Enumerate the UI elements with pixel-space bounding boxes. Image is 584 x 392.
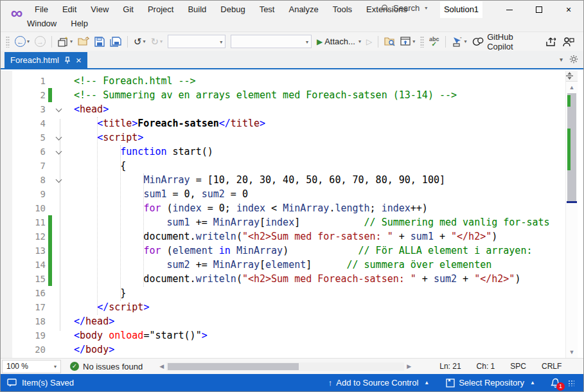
save-button[interactable]	[93, 35, 107, 48]
code-line-5[interactable]: 5 <script>	[1, 130, 583, 145]
code-line-11[interactable]: 11 sum1 += MinArray[index] // Summering …	[1, 215, 583, 229]
close-button[interactable]: ×	[554, 1, 583, 19]
navigate-back-button[interactable]: ←▾	[13, 35, 31, 48]
horizontal-scrollbar[interactable]: ◀ ▶	[157, 362, 414, 371]
menu-test[interactable]: Test	[252, 3, 282, 17]
line-number: 4	[12, 116, 46, 130]
code-line-7[interactable]: 7 {	[1, 159, 583, 173]
minimize-button[interactable]	[495, 1, 524, 19]
menu-tools[interactable]: Tools	[326, 3, 359, 17]
code-line-20[interactable]: 20</body>	[1, 343, 583, 357]
line-number: 6	[12, 145, 46, 159]
menu-git[interactable]: Git	[116, 3, 141, 17]
line-number: 5	[12, 130, 46, 145]
attach-run-button[interactable]: ▶ Attach... ▾	[315, 35, 363, 48]
feedback-button[interactable]	[560, 35, 576, 48]
code-text: <script>	[66, 130, 143, 145]
scroll-up-icon[interactable]: ▲	[566, 84, 578, 91]
solution-name-badge[interactable]: Solution1	[440, 1, 482, 18]
fold-collapse-icon[interactable]	[52, 102, 66, 116]
code-line-4[interactable]: 4 <title>Foreach-satsen</title>	[1, 116, 583, 130]
search-dropdown-icon[interactable]: ▾	[425, 5, 427, 11]
add-to-source-control-button[interactable]: ↑ Add to Source Control ▲	[322, 378, 436, 388]
code-line-8[interactable]: 8 MinArray = [10, 20, 30, 40, 50, 60, 70…	[1, 173, 583, 187]
start-without-debugging-button[interactable]: ▷	[364, 36, 374, 48]
tab-close-icon[interactable]: ×	[76, 55, 82, 65]
toolbar-grip[interactable]	[420, 36, 424, 48]
menu-debug[interactable]: Debug	[213, 3, 252, 17]
code-line-1[interactable]: 1<!-- Foreach.html -->	[1, 74, 583, 88]
fold-collapse-icon[interactable]	[52, 145, 66, 159]
code-line-13[interactable]: 13 for (element in MinArray) // För ALLA…	[1, 244, 583, 258]
code-line-17[interactable]: 17 </script>	[1, 300, 583, 314]
scroll-right-icon[interactable]: ▶	[404, 363, 414, 370]
scroll-down-icon[interactable]: ▼	[566, 349, 578, 355]
pin-icon[interactable]	[64, 57, 71, 64]
play-outline-icon: ▷	[366, 37, 372, 46]
column-indicator[interactable]: Ch: 1	[469, 362, 503, 371]
menu-window[interactable]: Window	[20, 17, 64, 31]
menu-edit[interactable]: Edit	[55, 3, 84, 17]
select-repository-button[interactable]: Select Repository ▲	[439, 378, 542, 388]
code-line-3[interactable]: 3<head>	[1, 102, 583, 116]
vertical-scrollbar[interactable]: ▲ ▼	[565, 71, 578, 358]
menu-file[interactable]: File	[28, 3, 55, 17]
menu-build[interactable]: Build	[181, 3, 213, 17]
scroll-left-icon[interactable]: ◀	[157, 363, 166, 370]
code-line-9[interactable]: 9 sum1 = 0, sum2 = 0	[1, 187, 583, 201]
code-line-16[interactable]: 16 }	[1, 286, 583, 300]
github-copilot-button[interactable]: GitHub Copilot	[470, 31, 542, 53]
browser-preview-button[interactable]: ▾	[398, 35, 417, 48]
navigate-forward-button[interactable]: →	[33, 35, 48, 48]
resize-grip[interactable]	[568, 380, 574, 386]
fold-collapse-icon[interactable]	[52, 130, 66, 145]
menu-view[interactable]: View	[84, 3, 116, 17]
configuration-combobox[interactable]: ▾	[168, 35, 226, 48]
code-text: </body>	[66, 343, 114, 357]
tab-list-dropdown-icon[interactable]: ▾	[560, 56, 563, 63]
feedback-person-icon	[562, 37, 574, 47]
search-control[interactable]: Search ▾	[381, 3, 427, 13]
space-mode-indicator[interactable]: SPC	[502, 362, 534, 371]
line-ending-indicator[interactable]: CRLF	[534, 362, 569, 371]
maximize-button[interactable]	[524, 1, 554, 19]
share-button[interactable]	[544, 35, 559, 48]
undo-button[interactable]: ↺▾	[132, 35, 148, 49]
notifications-button[interactable]: 1	[551, 378, 560, 388]
code-line-18[interactable]: 18</head>	[1, 314, 583, 328]
menu-help[interactable]: Help	[64, 17, 95, 31]
hscrollbar-thumb[interactable]	[168, 363, 299, 370]
line-number: 2	[12, 88, 46, 102]
code-editor[interactable]: 1<!-- Foreach.html -->2<!-- Summering av…	[1, 71, 583, 358]
new-project-button[interactable]: ▾	[56, 35, 75, 48]
gear-icon[interactable]	[569, 55, 578, 64]
platform-combobox[interactable]: ▾	[231, 35, 312, 48]
spell-checker-button[interactable]: abc✓	[427, 35, 441, 48]
code-line-15[interactable]: 15 document.writeln("<h2>Sum med Foreach…	[1, 272, 583, 286]
menu-analyze[interactable]: Analyze	[281, 3, 325, 17]
menu-project[interactable]: Project	[141, 3, 181, 17]
zoom-combobox[interactable]: 100 % ▾	[2, 360, 61, 373]
change-mark	[567, 129, 571, 170]
save-all-button[interactable]	[108, 35, 123, 48]
fold-column	[52, 116, 66, 130]
line-indicator[interactable]: Ln: 21	[432, 362, 468, 371]
code-line-19[interactable]: 19<body onload="start()">	[1, 328, 583, 343]
code-line-14[interactable]: 14 sum2 += MinArray[element] // summera …	[1, 258, 583, 272]
open-file-button[interactable]	[76, 35, 91, 48]
code-line-2[interactable]: 2<!-- Summering av en arrays element med…	[1, 88, 583, 102]
fold-collapse-icon[interactable]	[52, 173, 66, 187]
title-bar: ∞ FileEditViewGitProjectBuildDebugTestAn…	[1, 1, 583, 31]
tab-foreach-html[interactable]: Foreach.html ×	[4, 52, 87, 68]
line-number: 12	[12, 229, 46, 244]
selection-tool-button[interactable]: '' ▾	[450, 35, 469, 48]
code-line-10[interactable]: 10 for (index = 0; index < MinArray.leng…	[1, 201, 583, 215]
split-window-handle[interactable]	[566, 71, 578, 82]
code-line-12[interactable]: 12 document.writeln("<h2>Sum med for-sat…	[1, 229, 583, 244]
caret-up-icon: ▲	[424, 380, 429, 386]
issues-indicator[interactable]: ✓ No issues found	[70, 362, 143, 371]
toolbar-grip[interactable]	[6, 36, 10, 48]
redo-button[interactable]: ↻▾	[148, 35, 164, 49]
code-line-6[interactable]: 6 function start()	[1, 145, 583, 159]
find-in-files-button[interactable]	[382, 35, 397, 48]
